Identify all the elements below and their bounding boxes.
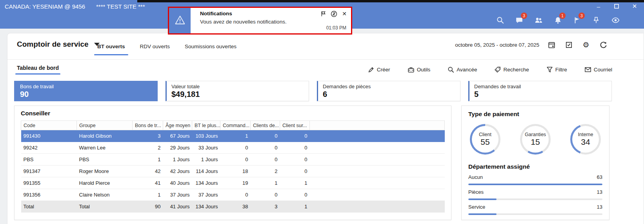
table-total-row[interactable]: TotalTotal9041 Jours134 Jours3831 — [21, 201, 445, 213]
create-button[interactable]: Créer — [368, 66, 390, 73]
flag-outline-icon[interactable] — [320, 10, 327, 17]
table-row[interactable]: 99242Warren Lee229 Jours33 Jours000 — [21, 142, 445, 154]
column-header[interactable]: Groupe — [77, 121, 133, 130]
calendar-icon[interactable] — [547, 40, 556, 49]
create-label: Créer — [377, 67, 390, 73]
email-label: Courriel — [594, 67, 612, 73]
table-cell: 0 — [280, 189, 310, 201]
bar-value: 13 — [597, 204, 602, 210]
tab-bt-ouverts[interactable]: BT ouverts — [96, 41, 126, 52]
bar-value: 13 — [597, 189, 602, 195]
table-cell: 103 Jours — [192, 130, 220, 142]
gear-icon[interactable]: ⚙ — [582, 40, 590, 49]
minimize-button[interactable]: – — [595, 2, 602, 10]
snooze-icon[interactable] — [330, 10, 337, 17]
table-cell: 67 Jours — [163, 130, 192, 142]
column-header[interactable]: Bons de tr... — [133, 121, 163, 130]
table-cell: 134 Jours — [192, 201, 220, 213]
table-cell: 114 Jours — [192, 166, 220, 177]
payment-type-title: Type de paiement — [468, 111, 602, 118]
column-header[interactable]: BT le plus... — [192, 121, 220, 130]
table-cell: 991430 — [21, 130, 77, 142]
column-header[interactable]: Command... — [220, 121, 251, 130]
column-header[interactable]: Code — [21, 121, 77, 130]
close-notification-icon[interactable]: ✕ — [341, 10, 348, 17]
page-header: Comptoir de service BT ouverts RDV ouver… — [7, 33, 644, 59]
table-cell: 1 — [220, 130, 251, 142]
bell-icon[interactable]: 1 — [553, 16, 562, 24]
table-cell: 0 — [220, 189, 251, 201]
stats-card: Type de paiement Client55Garanties15Inte… — [461, 106, 609, 220]
kpi-card-2[interactable]: Valeur totale$49,181 — [166, 81, 309, 101]
kpi-value: 6 — [323, 90, 455, 99]
table-cell: 29 Jours — [163, 142, 192, 154]
bar-track — [468, 199, 602, 200]
search-tag-button[interactable]: Recherche — [494, 66, 529, 73]
table-cell: 37 Jours — [192, 189, 220, 201]
table-cell: 90 — [133, 201, 163, 213]
table-cell: 0 — [251, 142, 280, 154]
header-icon-row: ⚙ — [547, 40, 608, 49]
table-cell: PBS — [21, 154, 77, 166]
table-cell: Total — [77, 201, 133, 213]
tab-soumissions-ouvertes[interactable]: Soumissions ouvertes — [184, 41, 237, 52]
flag-icon[interactable]: 3 — [573, 16, 581, 24]
filter-button[interactable]: Filtre — [546, 66, 567, 73]
kpi-card-1[interactable]: Bons de travail90 — [14, 81, 158, 101]
table-cell: 0 — [220, 154, 251, 166]
table-cell: 134 Jours — [192, 177, 220, 189]
table-cell: 0 — [251, 130, 280, 142]
dealer-label: CANADA: YESENIAM @ 9456 — [5, 3, 85, 10]
notification-message: Vous avez de nouvelles notifications. — [200, 19, 347, 25]
tools-button[interactable]: Outils — [408, 66, 431, 73]
main-panel: Comptoir de service BT ouverts RDV ouver… — [7, 33, 644, 224]
bar-label: Service — [468, 204, 485, 210]
table-header-row: CodeGroupeBons de tr...Âge moyenBT le pl… — [21, 121, 445, 130]
close-button[interactable]: ✕ — [631, 2, 639, 10]
kpi-value: 5 — [474, 90, 607, 99]
dashboard-toolbar: Tableau de bord Créer Outils Avancée Rec… — [7, 59, 644, 79]
conseiller-table: CodeGroupeBons de tr...Âge moyenBT le pl… — [21, 120, 445, 213]
gauge-value: 34 — [581, 137, 590, 147]
email-button[interactable]: Courriel — [584, 66, 612, 73]
tools-label: Outils — [417, 67, 431, 73]
column-header[interactable]: Clients de... — [251, 121, 280, 130]
gauge-label: Garanties — [525, 132, 546, 137]
column-header[interactable]: Client sur... — [280, 121, 310, 130]
advanced-search-button[interactable]: Avancée — [448, 66, 477, 73]
table-row[interactable]: 991355Harold Pierce4140 Jours134 Jours19… — [21, 177, 445, 189]
gauge-value: 55 — [480, 137, 489, 147]
table-cell: Harold Gibson — [77, 130, 133, 142]
conseiller-card: Conseiller CodeGroupeBons de tr...Âge mo… — [14, 106, 451, 220]
people-icon[interactable] — [534, 16, 543, 24]
table-row[interactable]: 991356Claire Nelson137 Jours37 Jours000 — [21, 189, 445, 201]
tab-rdv-ouverts[interactable]: RDV ouverts — [139, 41, 171, 52]
eye-icon[interactable] — [611, 16, 620, 24]
bar-value: 63 — [597, 174, 602, 180]
table-cell: 99242 — [21, 142, 77, 154]
topbar-icon-row: 3 1 3 — [496, 16, 620, 24]
kpi-value: 90 — [20, 90, 153, 99]
tab-tableau-de-bord[interactable]: Tableau de bord — [17, 65, 59, 75]
table-row[interactable]: 991430Harold Gibson367 Jours103 Jours100 — [21, 130, 445, 142]
chat-icon[interactable]: 3 — [515, 16, 524, 24]
table-cell: 2 — [251, 166, 280, 177]
table-row[interactable]: PBSPBS11 Jours1 Jours000 — [21, 154, 445, 166]
table-cell: 42 Jours — [163, 166, 192, 177]
tasks-icon[interactable] — [564, 40, 573, 49]
table-cell: Total — [21, 201, 77, 213]
notification-timestamp: 01:03 PM — [326, 25, 346, 31]
kpi-card-4[interactable]: Demandes de travail5 — [468, 81, 612, 101]
kpi-card-3[interactable]: Demandes de pièces6 — [317, 81, 460, 101]
table-row[interactable]: 991347Roger Moore4242 Jours114 Jours1820 — [21, 166, 445, 177]
module-selector[interactable]: Comptoir de service — [17, 40, 100, 49]
pin-icon[interactable] — [592, 16, 600, 24]
table-cell: 2 — [133, 142, 163, 154]
refresh-icon[interactable] — [599, 40, 608, 49]
search-icon[interactable] — [496, 16, 504, 24]
maximize-button[interactable] — [613, 2, 620, 10]
table-cell: 1 Jours — [192, 154, 220, 166]
column-header[interactable]: Âge moyen — [163, 121, 192, 130]
kpi-label: Valeur totale — [171, 84, 304, 89]
kpi-row: Bons de travail90Valeur totale$49,181Dem… — [14, 81, 612, 101]
